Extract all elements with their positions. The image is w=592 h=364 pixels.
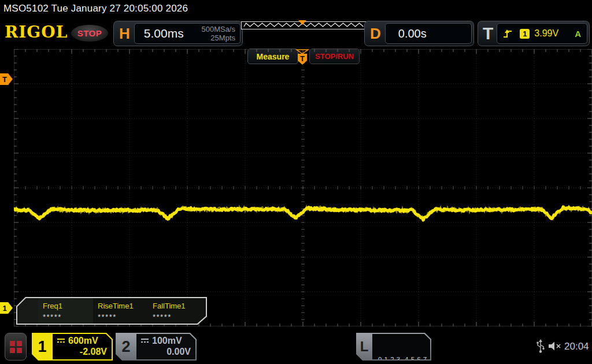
trigger-mode: A (575, 29, 581, 39)
menu-grid-icon (10, 341, 22, 353)
measurement-value: ***** (43, 313, 93, 321)
ch2-offset: 0.00V (136, 347, 195, 357)
dc-coupling-icon (57, 338, 65, 344)
trigger-level-value: 3.99V (534, 28, 558, 39)
measurement-label: FallTime1 (153, 302, 203, 310)
measurement-item[interactable]: Freq1 ***** (38, 298, 93, 324)
logic-analyzer-button[interactable]: L 0 1 2 3 4 5 6 7 8 9 10 11 12 13 14 15 (356, 333, 431, 361)
measurement-item[interactable]: RiseTime1 ***** (93, 298, 148, 324)
dc-coupling-icon (140, 338, 149, 344)
trigger-source-badge: 1 (520, 29, 530, 39)
measurement-label: RiseTime1 (98, 302, 148, 310)
header-bar: RIGOL STOP H 5.00ms 500MSa/s 25Mpts Meas… (0, 18, 592, 48)
svg-text:T: T (2, 75, 7, 84)
measurement-item[interactable]: FallTime1 ***** (148, 298, 203, 324)
sample-rate: 500MSa/s (201, 25, 235, 34)
horizontal-label: H (114, 25, 134, 43)
channel-1-button[interactable]: 1 600mV -2.08V (32, 333, 113, 361)
waveform-preview-icon (241, 20, 368, 30)
measurement-label: Freq1 (43, 302, 93, 310)
waveform-overview-bar[interactable] (241, 20, 368, 32)
rigol-logo: RIGOL (5, 23, 68, 42)
rising-edge-trigger-icon (503, 28, 513, 39)
delay-settings-button[interactable]: D 0.00s (364, 21, 474, 46)
ch1-ground-marker[interactable]: 1 (0, 302, 14, 314)
svg-text:1: 1 (2, 304, 6, 313)
memory-depth: 25Mpts (210, 34, 235, 42)
measurement-panel[interactable]: Freq1 ***** RiseTime1 ***** FallTime1 **… (16, 297, 207, 325)
ch1-offset: -2.08V (53, 347, 112, 357)
ch1-scale: 600mV (68, 336, 98, 346)
channel-1-number: 1 (32, 333, 53, 361)
clock: 20:04 (564, 341, 589, 352)
menu-grid-button[interactable] (5, 333, 27, 361)
logic-channels-row1: 0 1 2 3 4 5 6 7 (378, 355, 430, 364)
sample-rate-memdepth: 500MSa/s 25Mpts (201, 25, 235, 42)
trigger-settings-button[interactable]: T 1 3.99V A (478, 21, 590, 46)
ch2-scale: 100mV (152, 336, 182, 346)
trigger-label: T (478, 24, 497, 43)
horizontal-settings-button[interactable]: H 5.00ms 500MSa/s 25Mpts (113, 21, 243, 46)
channel-2-button[interactable]: 2 100mV 0.00V (116, 333, 197, 361)
channel-2-number: 2 (116, 333, 136, 361)
logic-label: L (356, 333, 372, 361)
model-and-datetime: MSO5102 Tue January 27 20:05:00 2026 (3, 3, 188, 14)
waveform-display[interactable] (14, 49, 592, 326)
speaker-muted-icon[interactable] (548, 340, 563, 352)
delay-value: 0.00s (398, 27, 427, 40)
acquisition-status-badge: STOP (71, 25, 108, 42)
measurement-value: ***** (98, 313, 148, 321)
delay-label: D (365, 25, 385, 43)
timebase-value: 5.00ms (144, 27, 184, 40)
trigger-level-marker[interactable]: T (0, 73, 14, 86)
measurement-value: ***** (153, 313, 203, 321)
usb-icon (535, 339, 546, 354)
